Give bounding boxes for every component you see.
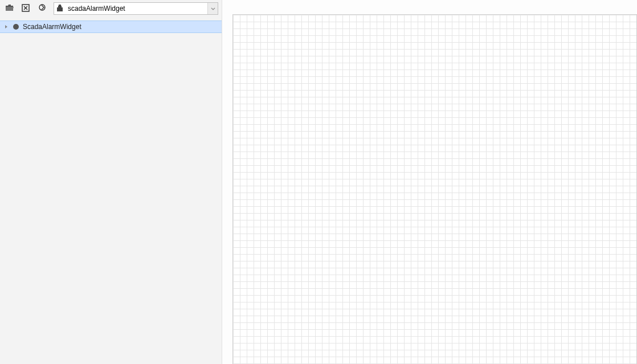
expand-arrow-icon[interactable] xyxy=(3,24,9,29)
svg-rect-1 xyxy=(59,5,61,6)
widget-combo[interactable]: scadaAlarmWidget xyxy=(54,2,218,15)
open-button[interactable] xyxy=(3,2,16,15)
toolbar: scadaAlarmWidget xyxy=(0,0,222,17)
combo-dropdown-button[interactable] xyxy=(207,3,218,14)
widget-icon xyxy=(54,5,66,13)
canvas-panel xyxy=(222,0,637,364)
svg-point-2 xyxy=(13,24,19,30)
close-button[interactable] xyxy=(19,2,32,15)
tree-view[interactable]: ScadaAlarmWidget xyxy=(0,17,222,364)
chevron-down-icon xyxy=(211,5,215,13)
close-box-icon xyxy=(22,4,30,14)
folder-open-icon xyxy=(5,4,14,14)
widget-combo-text: scadaAlarmWidget xyxy=(66,3,207,14)
left-panel: scadaAlarmWidget ScadaAlarmWidget xyxy=(0,0,222,364)
tree-item-label: ScadaAlarmWidget xyxy=(23,23,81,31)
locate-icon xyxy=(38,3,46,14)
design-canvas[interactable] xyxy=(232,14,637,364)
tree-item[interactable]: ScadaAlarmWidget xyxy=(0,21,222,33)
node-circle-icon xyxy=(11,23,21,30)
locate-button[interactable] xyxy=(35,2,48,15)
